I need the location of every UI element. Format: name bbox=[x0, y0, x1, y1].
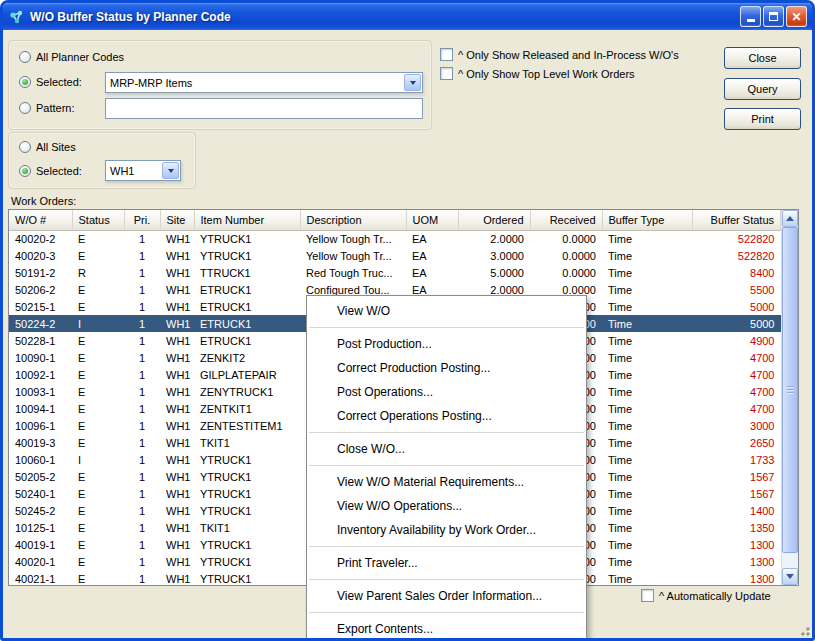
cell-uom: EA bbox=[406, 247, 458, 264]
cell-buffer_type: Time bbox=[602, 468, 692, 485]
menu-item[interactable]: Print Traveler... bbox=[307, 551, 586, 575]
cell-buffer_type: Time bbox=[602, 417, 692, 434]
menu-item[interactable]: Post Operations... bbox=[307, 380, 586, 404]
cell-wo: 50245-2 bbox=[9, 502, 72, 519]
cell-item: YTRUCK1 bbox=[194, 451, 300, 468]
cell-received: 0.0000 bbox=[530, 247, 602, 264]
site-value: WH1 bbox=[110, 165, 134, 177]
cell-desc: Red Tough Truc... bbox=[300, 264, 406, 281]
planner-code-value: MRP-MRP Items bbox=[110, 77, 192, 89]
column-header-status[interactable]: Status bbox=[72, 210, 124, 230]
cell-buffer_type: Time bbox=[602, 553, 692, 570]
cell-item: TTRUCK1 bbox=[194, 264, 300, 281]
site-combobox[interactable]: WH1 bbox=[105, 160, 181, 181]
menu-item[interactable]: Correct Production Posting... bbox=[307, 356, 586, 380]
menu-item[interactable]: View W/O bbox=[307, 299, 586, 323]
cell-item: GILPLATEPAIR bbox=[194, 366, 300, 383]
cell-site: WH1 bbox=[160, 400, 194, 417]
menu-item[interactable]: View Parent Sales Order Information... bbox=[307, 584, 586, 608]
window-title: W/O Buffer Status by Planner Code bbox=[30, 10, 738, 24]
site-combo-dropdown-button[interactable] bbox=[162, 162, 179, 179]
print-button[interactable]: Print bbox=[724, 108, 801, 130]
cell-site: WH1 bbox=[160, 230, 194, 247]
cell-buffer_type: Time bbox=[602, 451, 692, 468]
resize-grip[interactable] bbox=[797, 623, 810, 636]
query-button[interactable]: Query bbox=[724, 78, 801, 100]
column-header-uom[interactable]: UOM bbox=[406, 210, 458, 230]
wo-buffer-status-window: W/O Buffer Status by Planner Code ✕ All … bbox=[0, 0, 815, 641]
cell-buffer_type: Time bbox=[602, 230, 692, 247]
arrow-down-icon bbox=[786, 574, 794, 579]
scrollbar-thumb[interactable] bbox=[782, 227, 798, 553]
only-toplevel-checkbox[interactable] bbox=[440, 67, 453, 80]
cell-item: ZENKIT2 bbox=[194, 349, 300, 366]
column-header-received[interactable]: Received bbox=[530, 210, 602, 230]
maximize-button[interactable] bbox=[763, 6, 784, 27]
column-header-item[interactable]: Item Number bbox=[194, 210, 300, 230]
column-header-buffer_status[interactable]: Buffer Status bbox=[692, 210, 781, 230]
titlebar[interactable]: W/O Buffer Status by Planner Code ✕ bbox=[3, 3, 812, 30]
cell-buffer_type: Time bbox=[602, 434, 692, 451]
column-header-site[interactable]: Site bbox=[160, 210, 194, 230]
planner-code-combobox[interactable]: MRP-MRP Items bbox=[105, 72, 423, 93]
table-row[interactable]: 40020-2E1WH1YTRUCK1Yellow Tough Tr...EA2… bbox=[9, 230, 781, 247]
cell-status: I bbox=[72, 451, 124, 468]
vertical-scrollbar[interactable] bbox=[781, 210, 798, 585]
menu-item[interactable]: View W/O Operations... bbox=[307, 494, 586, 518]
scroll-down-button[interactable] bbox=[782, 568, 798, 585]
cell-wo: 10093-1 bbox=[9, 383, 72, 400]
column-header-pri[interactable]: Pri. bbox=[124, 210, 160, 230]
cell-site: WH1 bbox=[160, 519, 194, 536]
column-header-wo[interactable]: W/O # bbox=[9, 210, 72, 230]
cell-status: I bbox=[72, 315, 124, 332]
planner-all-radio[interactable] bbox=[19, 51, 31, 63]
cell-item: ETRUCK1 bbox=[194, 315, 300, 332]
minimize-button[interactable] bbox=[740, 6, 761, 27]
planner-selected-radio[interactable] bbox=[19, 76, 31, 88]
column-header-desc[interactable]: Description bbox=[300, 210, 406, 230]
table-row[interactable]: 40020-3E1WH1YTRUCK1Yellow Tough Tr...EA3… bbox=[9, 247, 781, 264]
menu-item[interactable]: View W/O Material Requirements... bbox=[307, 470, 586, 494]
cell-pri: 1 bbox=[124, 230, 160, 247]
cell-pri: 1 bbox=[124, 536, 160, 553]
cell-buffer_type: Time bbox=[602, 519, 692, 536]
planner-selected-label: Selected: bbox=[36, 76, 82, 88]
cell-status: E bbox=[72, 536, 124, 553]
close-window-button[interactable]: ✕ bbox=[786, 6, 807, 27]
menu-item[interactable]: Close W/O... bbox=[307, 437, 586, 461]
planner-pattern-radio[interactable] bbox=[19, 102, 31, 114]
cell-buffer_type: Time bbox=[602, 264, 692, 281]
planner-combo-dropdown-button[interactable] bbox=[404, 74, 421, 91]
cell-buffer_status: 522820 bbox=[692, 247, 781, 264]
chevron-down-icon bbox=[410, 81, 416, 85]
thumb-grip-icon bbox=[787, 386, 794, 394]
cell-buffer_status: 4700 bbox=[692, 366, 781, 383]
menu-item[interactable]: Export Contents... bbox=[307, 617, 586, 641]
cell-buffer_status: 4700 bbox=[692, 383, 781, 400]
cell-pri: 1 bbox=[124, 298, 160, 315]
menu-item[interactable]: Correct Operations Posting... bbox=[307, 404, 586, 428]
cell-site: WH1 bbox=[160, 417, 194, 434]
cell-site: WH1 bbox=[160, 383, 194, 400]
cell-buffer_type: Time bbox=[602, 298, 692, 315]
close-button[interactable]: Close bbox=[724, 47, 801, 69]
menu-item[interactable]: Post Production... bbox=[307, 332, 586, 356]
work-orders-label: Work Orders: bbox=[11, 195, 76, 207]
only-released-checkbox[interactable] bbox=[440, 48, 453, 61]
cell-wo: 10096-1 bbox=[9, 417, 72, 434]
cell-status: E bbox=[72, 553, 124, 570]
scroll-up-button[interactable] bbox=[782, 210, 798, 227]
cell-wo: 40020-2 bbox=[9, 230, 72, 247]
menu-item[interactable]: Inventory Availability by Work Order... bbox=[307, 518, 586, 542]
cell-buffer_status: 4900 bbox=[692, 332, 781, 349]
chevron-down-icon bbox=[168, 169, 174, 173]
column-header-ordered[interactable]: Ordered bbox=[458, 210, 530, 230]
column-header-buffer_type[interactable]: Buffer Type bbox=[602, 210, 692, 230]
cell-pri: 1 bbox=[124, 434, 160, 451]
sites-selected-radio[interactable] bbox=[19, 165, 31, 177]
cell-pri: 1 bbox=[124, 519, 160, 536]
pattern-input[interactable] bbox=[105, 98, 423, 119]
auto-update-checkbox[interactable] bbox=[641, 589, 654, 602]
sites-all-radio[interactable] bbox=[19, 141, 31, 153]
table-row[interactable]: 50191-2R1WH1TTRUCK1Red Tough Truc...EA5.… bbox=[9, 264, 781, 281]
